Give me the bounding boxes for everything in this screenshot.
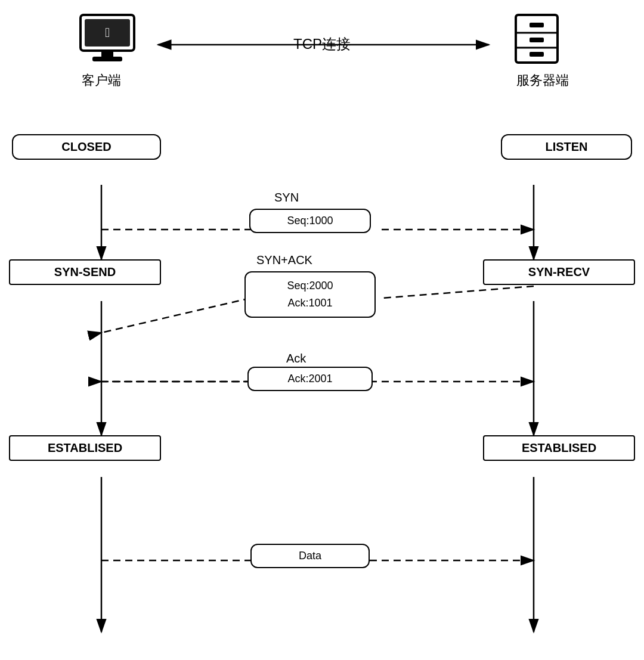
tcp-label: TCP连接 bbox=[293, 35, 351, 54]
synack-msg-box: Seq:2000 Ack:1001 bbox=[244, 271, 376, 318]
svg-rect-21 bbox=[101, 51, 113, 57]
client-established-state: ESTABLISED bbox=[9, 435, 161, 461]
server-label: 服务器端 bbox=[489, 72, 596, 89]
ack-label: Ack bbox=[286, 352, 306, 365]
svg-line-12 bbox=[101, 298, 250, 333]
svg-rect-28 bbox=[530, 52, 544, 57]
diagram-container:  TCP连接 客户端 服务器端 CLOSED LISTEN bbox=[0, 0, 644, 660]
data-msg-box: Data bbox=[250, 544, 370, 568]
server-icon bbox=[501, 12, 572, 68]
server-established-state: ESTABLISED bbox=[483, 435, 635, 461]
server-syn-recv-state: SYN-RECV bbox=[483, 259, 635, 285]
client-syn-send-state: SYN-SEND bbox=[9, 259, 161, 285]
svg-rect-27 bbox=[530, 38, 544, 42]
svg-line-11 bbox=[382, 286, 534, 298]
client-icon:  bbox=[72, 12, 143, 68]
syn-msg-box: Seq:1000 bbox=[249, 209, 371, 233]
svg-rect-26 bbox=[530, 23, 544, 27]
synack-label: SYN+ACK bbox=[256, 253, 312, 267]
svg-rect-22 bbox=[92, 57, 122, 61]
ack-msg-box: Ack:2001 bbox=[247, 367, 373, 391]
client-closed-state: CLOSED bbox=[12, 134, 161, 160]
server-listen-state: LISTEN bbox=[501, 134, 632, 160]
svg-text::  bbox=[105, 25, 110, 40]
client-label: 客户端 bbox=[48, 72, 155, 89]
syn-label: SYN bbox=[274, 191, 299, 204]
